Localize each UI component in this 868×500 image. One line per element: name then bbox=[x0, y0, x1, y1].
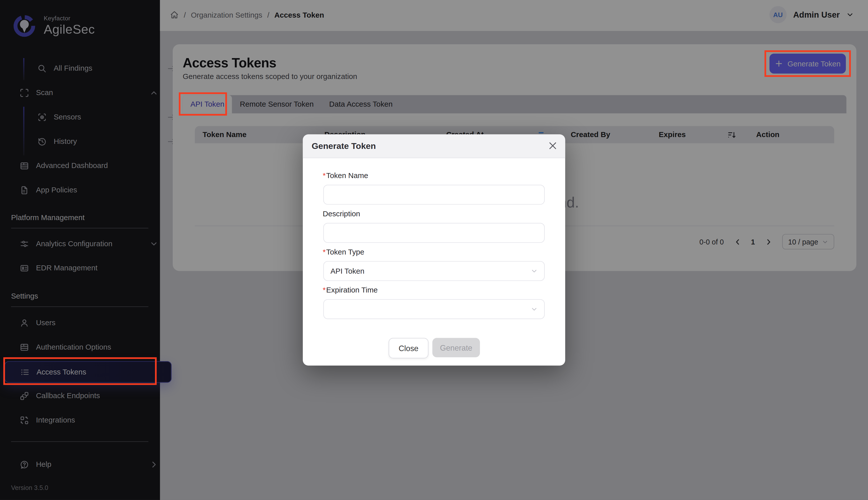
annotation-box-generate-token bbox=[765, 50, 851, 77]
token-name-label: *Token Name bbox=[323, 171, 368, 180]
required-asterisk: * bbox=[323, 248, 326, 256]
close-button[interactable]: Close bbox=[389, 338, 429, 359]
annotation-box-api-token-tab bbox=[179, 92, 227, 115]
description-label: Description bbox=[323, 209, 360, 218]
expiration-time-label: *Expiration Time bbox=[323, 286, 378, 294]
required-asterisk: * bbox=[323, 286, 326, 294]
annotation-box-access-tokens bbox=[3, 357, 157, 385]
required-asterisk: * bbox=[323, 171, 326, 180]
token-type-select[interactable]: API Token bbox=[323, 261, 545, 281]
chevron-down-icon bbox=[531, 268, 537, 274]
modal-header: Generate Token bbox=[303, 134, 565, 158]
expiration-time-select[interactable] bbox=[323, 299, 545, 319]
token-name-input[interactable] bbox=[323, 185, 545, 204]
description-input[interactable] bbox=[323, 223, 545, 243]
generate-button-disabled[interactable]: Generate bbox=[432, 338, 480, 357]
generate-token-modal: Generate Token *Token Name Description *… bbox=[303, 134, 565, 365]
chevron-down-icon bbox=[531, 306, 537, 312]
token-type-label: *Token Type bbox=[323, 248, 364, 256]
close-icon[interactable] bbox=[548, 141, 557, 150]
modal-title: Generate Token bbox=[312, 141, 376, 151]
token-type-value: API Token bbox=[331, 267, 365, 275]
app-window: Keyfactor AgileSec All Findings Scan Sen… bbox=[0, 0, 868, 500]
